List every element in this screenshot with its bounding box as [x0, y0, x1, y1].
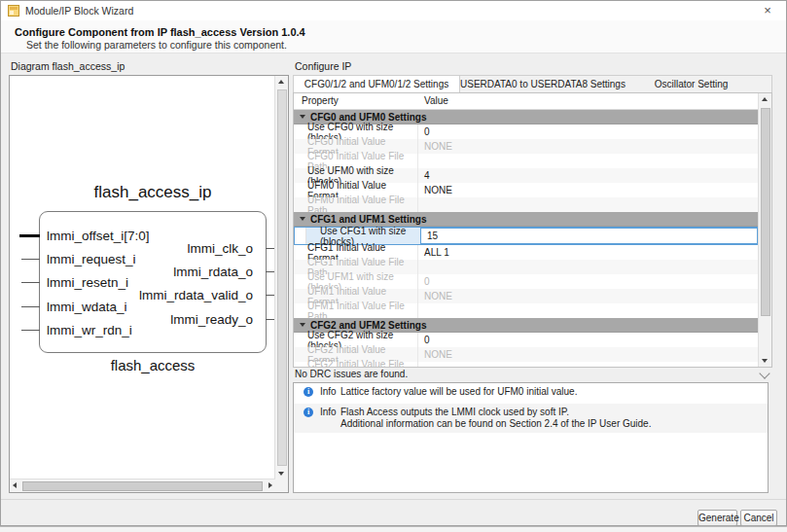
column-header-value: Value	[424, 95, 448, 106]
scrollbar-thumb[interactable]	[761, 108, 770, 316]
header-title: Configure Component from IP flash_access…	[15, 26, 305, 38]
value-cell[interactable]: ALL 1	[418, 245, 759, 260]
input-port-label: lmmi_offset_i[7:0]	[47, 229, 150, 243]
diagram-vertical-scrollbar[interactable]	[274, 76, 288, 479]
port-stub	[21, 330, 40, 331]
scroll-up-icon[interactable]	[278, 80, 284, 84]
message-list: i Info Lattice factory value will be use…	[293, 382, 769, 493]
message-severity: Info	[320, 386, 337, 398]
table-vertical-scrollbar[interactable]	[758, 93, 771, 367]
info-icon: i	[304, 408, 313, 417]
output-port-label: lmmi_rdata_valid_o	[139, 288, 253, 302]
input-port-label: lmmi_wr_rdn_i	[47, 323, 132, 337]
input-port-label: lmmi_request_i	[47, 252, 136, 266]
value-cell	[418, 303, 759, 318]
port-stub	[21, 282, 40, 283]
value-cell: NONE	[418, 139, 759, 154]
tab-userdata-settings[interactable]: USERDATA0 to USERDATA8 Settings	[460, 76, 626, 93]
scroll-down-icon[interactable]	[762, 359, 768, 363]
module-ip-block-wizard-dialog: Module/IP Block Wizard × Configure Compo…	[0, 0, 787, 526]
desktop-strip	[0, 526, 787, 532]
table-row[interactable]: CFG2 Initial Value File Path	[294, 362, 759, 367]
input-port-label: lmmi_wdata_i	[47, 300, 127, 314]
diagram-horizontal-scrollbar[interactable]	[10, 479, 275, 492]
block-subtitle: flash_access	[39, 357, 267, 373]
settings-tab-bar: CFG0/1/2 and UFM0/1/2 Settings USERDATA0…	[293, 75, 772, 92]
header-subtitle: Set the following parameters to configur…	[26, 39, 287, 51]
scroll-left-icon[interactable]	[13, 482, 17, 488]
message-text: Additional information can be found on S…	[340, 418, 762, 430]
port-stub	[21, 259, 40, 260]
bus-port-stub	[19, 234, 40, 237]
value-cell: NONE	[418, 347, 759, 362]
message-text: Flash Access outputs the LMMI clock used…	[340, 407, 762, 418]
collapse-triangle-icon[interactable]	[300, 217, 305, 221]
property-table: Property Value CFG0 and UFM0 Settings Us…	[293, 92, 772, 368]
row-selection-gutter	[295, 228, 306, 244]
value-cell[interactable]: 4	[418, 168, 759, 183]
tab-cfg-ufm-settings[interactable]: CFG0/1/2 and UFM0/1/2 Settings	[294, 76, 460, 93]
diagram-panel: flash_access_ip flash_access lmmi_offset…	[9, 75, 289, 493]
message-severity: Info	[320, 407, 337, 418]
scroll-right-icon[interactable]	[268, 482, 272, 488]
value-cell: 0	[418, 274, 759, 289]
scrollbar-thumb[interactable]	[277, 89, 287, 466]
window-title: Module/IP Block Wizard	[25, 5, 133, 17]
scrollbar-thumb[interactable]	[22, 481, 263, 491]
scroll-up-icon[interactable]	[762, 97, 768, 101]
table-header: Property Value	[294, 93, 759, 110]
scroll-down-icon[interactable]	[278, 472, 284, 476]
info-message: i Info Lattice factory value will be use…	[294, 383, 768, 401]
output-port-label: lmmi_clk_o	[187, 241, 253, 256]
output-port-label: lmmi_ready_o	[170, 312, 253, 327]
scrollbar-corner	[275, 479, 288, 492]
drc-status-bar: No DRC issues are found.	[295, 369, 772, 381]
property-cell: CFG2 Initial Value File Path	[294, 362, 418, 367]
info-message: i Info Flash Access outputs the LMMI clo…	[294, 404, 768, 433]
value-editor-cell[interactable]: 15	[420, 228, 758, 244]
property-cell: UFM1 Initial Value File Path	[294, 303, 418, 318]
configure-ip-label: Configure IP	[295, 60, 351, 72]
property-cell: UFM0 Initial Value File Path	[294, 197, 418, 212]
table-row[interactable]: UFM1 Initial Value File Path	[294, 303, 759, 318]
wizard-header: Configure Component from IP flash_access…	[1, 20, 786, 53]
section-label: CFG1 and UFM1 Settings	[310, 214, 426, 225]
value-cell	[418, 154, 759, 168]
output-port-label: lmmi_rdata_o	[173, 265, 253, 279]
diagram-label: Diagram flash_access_ip	[11, 60, 125, 72]
info-icon: i	[304, 387, 313, 397]
wizard-app-icon	[8, 5, 19, 17]
collapse-triangle-icon[interactable]	[300, 323, 305, 327]
message-text: Lattice factory value will be used for U…	[340, 386, 762, 398]
value-cell[interactable]: 0	[418, 124, 759, 139]
cancel-button[interactable]: Cancel	[740, 510, 777, 526]
collapse-triangle-icon[interactable]	[300, 115, 305, 119]
chevron-down-icon[interactable]	[759, 368, 769, 378]
block-title: flash_access_ip	[39, 183, 267, 202]
port-stub	[21, 306, 40, 307]
value-cell	[418, 197, 759, 212]
table-rows: CFG0 and UFM0 Settings Use CFG0 with siz…	[294, 110, 759, 367]
tab-oscillator-setting[interactable]: Oscillator Setting	[626, 76, 757, 93]
value-cell	[418, 260, 759, 274]
close-icon[interactable]: ×	[760, 3, 775, 18]
value-cell[interactable]: 0	[418, 333, 759, 347]
value-cell[interactable]: NONE	[418, 183, 759, 197]
generate-button[interactable]: Generate	[698, 510, 737, 526]
title-bar: Module/IP Block Wizard ×	[1, 1, 786, 20]
column-header-property: Property	[302, 95, 339, 106]
input-port-label: lmmi_resetn_i	[47, 275, 128, 290]
table-row[interactable]: UFM0 Initial Value File Path	[294, 197, 759, 212]
value-cell: NONE	[418, 289, 759, 303]
value-cell	[418, 362, 759, 367]
footer-separator	[1, 499, 786, 500]
drc-status-text: No DRC issues are found.	[295, 369, 408, 379]
